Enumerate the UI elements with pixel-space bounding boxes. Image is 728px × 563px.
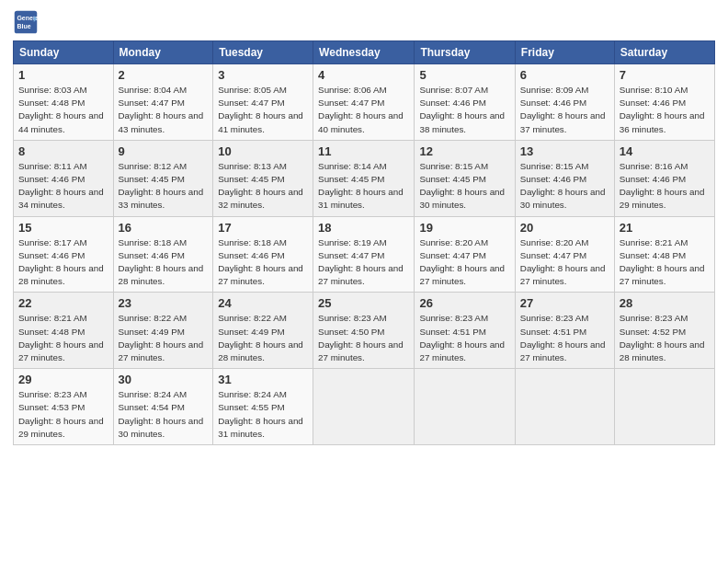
day-detail: Sunrise: 8:13 AM Sunset: 4:45 PM Dayligh…	[218, 160, 308, 213]
day-number: 28	[620, 296, 710, 310]
day-detail: Sunrise: 8:05 AM Sunset: 4:47 PM Dayligh…	[218, 84, 308, 136]
day-detail: Sunrise: 8:09 AM Sunset: 4:46 PM Dayligh…	[520, 84, 609, 136]
day-number: 16	[119, 221, 209, 235]
calendar-day-cell: 16 Sunrise: 8:18 AM Sunset: 4:46 PM Dayl…	[113, 216, 213, 293]
calendar-day-cell: 14 Sunrise: 8:16 AM Sunset: 4:46 PM Dayl…	[614, 140, 714, 216]
day-detail: Sunrise: 8:21 AM Sunset: 4:48 PM Dayligh…	[18, 312, 108, 364]
calendar-day-cell	[313, 369, 415, 445]
day-detail: Sunrise: 8:10 AM Sunset: 4:46 PM Dayligh…	[620, 84, 710, 136]
calendar-day-cell: 22 Sunrise: 8:21 AM Sunset: 4:48 PM Dayl…	[14, 293, 114, 369]
calendar-day-cell: 7 Sunrise: 8:10 AM Sunset: 4:46 PM Dayli…	[614, 64, 714, 141]
day-detail: Sunrise: 8:16 AM Sunset: 4:46 PM Dayligh…	[620, 160, 710, 213]
day-detail: Sunrise: 8:23 AM Sunset: 4:50 PM Dayligh…	[318, 312, 409, 364]
day-number: 30	[119, 373, 209, 386]
calendar-day-cell: 30 Sunrise: 8:24 AM Sunset: 4:54 PM Dayl…	[113, 369, 213, 445]
day-detail: Sunrise: 8:20 AM Sunset: 4:47 PM Dayligh…	[520, 236, 609, 289]
day-number: 24	[218, 296, 308, 310]
day-number: 17	[218, 221, 308, 235]
calendar-week-row: 1 Sunrise: 8:03 AM Sunset: 4:48 PM Dayli…	[14, 64, 715, 141]
calendar-day-header: Friday	[515, 41, 614, 64]
day-number: 13	[520, 144, 609, 158]
day-detail: Sunrise: 8:06 AM Sunset: 4:47 PM Dayligh…	[318, 84, 409, 136]
day-detail: Sunrise: 8:23 AM Sunset: 4:52 PM Dayligh…	[620, 312, 710, 364]
page-container: General Blue SundayMondayTuesdayWednesda…	[0, 0, 728, 453]
day-number: 10	[218, 144, 308, 158]
logo: General Blue	[13, 9, 42, 35]
calendar-day-cell: 26 Sunrise: 8:23 AM Sunset: 4:51 PM Dayl…	[415, 293, 515, 369]
calendar-day-cell: 28 Sunrise: 8:23 AM Sunset: 4:52 PM Dayl…	[614, 293, 714, 369]
day-detail: Sunrise: 8:11 AM Sunset: 4:46 PM Dayligh…	[18, 160, 108, 213]
day-detail: Sunrise: 8:20 AM Sunset: 4:47 PM Dayligh…	[419, 236, 509, 289]
calendar-day-cell: 13 Sunrise: 8:15 AM Sunset: 4:46 PM Dayl…	[515, 140, 614, 216]
calendar-week-row: 15 Sunrise: 8:17 AM Sunset: 4:46 PM Dayl…	[14, 216, 715, 293]
day-number: 6	[520, 68, 609, 82]
day-detail: Sunrise: 8:24 AM Sunset: 4:54 PM Dayligh…	[119, 388, 209, 441]
day-number: 1	[18, 68, 108, 82]
day-number: 27	[520, 296, 609, 310]
day-number: 4	[318, 68, 409, 82]
day-detail: Sunrise: 8:23 AM Sunset: 4:51 PM Dayligh…	[520, 312, 609, 364]
calendar-day-header: Saturday	[614, 41, 714, 64]
calendar-day-cell: 18 Sunrise: 8:19 AM Sunset: 4:47 PM Dayl…	[313, 216, 415, 293]
calendar-day-cell: 6 Sunrise: 8:09 AM Sunset: 4:46 PM Dayli…	[515, 64, 614, 141]
calendar-day-header: Sunday	[14, 41, 114, 64]
calendar-day-cell: 29 Sunrise: 8:23 AM Sunset: 4:53 PM Dayl…	[14, 369, 114, 445]
day-number: 5	[419, 68, 509, 82]
calendar-day-cell: 3 Sunrise: 8:05 AM Sunset: 4:47 PM Dayli…	[213, 64, 313, 141]
calendar-day-cell: 1 Sunrise: 8:03 AM Sunset: 4:48 PM Dayli…	[14, 64, 114, 141]
calendar-day-cell: 11 Sunrise: 8:14 AM Sunset: 4:45 PM Dayl…	[313, 140, 415, 216]
day-number: 11	[318, 144, 409, 158]
calendar-day-header: Tuesday	[213, 41, 313, 64]
calendar-day-cell: 23 Sunrise: 8:22 AM Sunset: 4:49 PM Dayl…	[113, 293, 213, 369]
calendar-week-row: 29 Sunrise: 8:23 AM Sunset: 4:53 PM Dayl…	[14, 369, 715, 445]
day-detail: Sunrise: 8:12 AM Sunset: 4:45 PM Dayligh…	[119, 160, 209, 213]
day-number: 18	[318, 221, 409, 235]
calendar-day-cell: 4 Sunrise: 8:06 AM Sunset: 4:47 PM Dayli…	[313, 64, 415, 141]
day-number: 21	[620, 221, 710, 235]
day-detail: Sunrise: 8:21 AM Sunset: 4:48 PM Dayligh…	[620, 236, 710, 289]
day-number: 2	[119, 68, 209, 82]
day-detail: Sunrise: 8:15 AM Sunset: 4:45 PM Dayligh…	[419, 160, 509, 213]
day-detail: Sunrise: 8:18 AM Sunset: 4:46 PM Dayligh…	[218, 236, 308, 289]
day-number: 29	[18, 373, 108, 386]
calendar-day-cell: 31 Sunrise: 8:24 AM Sunset: 4:55 PM Dayl…	[213, 369, 313, 445]
day-number: 3	[218, 68, 308, 82]
day-number: 23	[119, 296, 209, 310]
calendar-day-cell: 12 Sunrise: 8:15 AM Sunset: 4:45 PM Dayl…	[415, 140, 515, 216]
calendar-day-cell: 9 Sunrise: 8:12 AM Sunset: 4:45 PM Dayli…	[113, 140, 213, 216]
day-number: 8	[18, 144, 108, 158]
calendar-day-cell	[515, 369, 614, 445]
day-detail: Sunrise: 8:03 AM Sunset: 4:48 PM Dayligh…	[18, 84, 108, 136]
day-detail: Sunrise: 8:24 AM Sunset: 4:55 PM Dayligh…	[218, 388, 308, 441]
calendar-day-cell	[415, 369, 515, 445]
calendar-day-cell: 24 Sunrise: 8:22 AM Sunset: 4:49 PM Dayl…	[213, 293, 313, 369]
calendar-week-row: 8 Sunrise: 8:11 AM Sunset: 4:46 PM Dayli…	[14, 140, 715, 216]
day-number: 26	[419, 296, 509, 310]
day-number: 12	[419, 144, 509, 158]
calendar-day-header: Wednesday	[313, 41, 415, 64]
day-number: 14	[620, 144, 710, 158]
calendar-day-cell	[614, 369, 714, 445]
calendar-day-header: Thursday	[415, 41, 515, 64]
day-number: 9	[119, 144, 209, 158]
day-number: 22	[18, 296, 108, 310]
day-detail: Sunrise: 8:23 AM Sunset: 4:51 PM Dayligh…	[419, 312, 509, 364]
day-detail: Sunrise: 8:14 AM Sunset: 4:45 PM Dayligh…	[318, 160, 409, 213]
day-number: 7	[620, 68, 710, 82]
day-detail: Sunrise: 8:17 AM Sunset: 4:46 PM Dayligh…	[18, 236, 108, 289]
calendar-table: SundayMondayTuesdayWednesdayThursdayFrid…	[13, 40, 715, 445]
calendar-day-cell: 8 Sunrise: 8:11 AM Sunset: 4:46 PM Dayli…	[14, 140, 114, 216]
calendar-day-cell: 21 Sunrise: 8:21 AM Sunset: 4:48 PM Dayl…	[614, 216, 714, 293]
svg-text:Blue: Blue	[17, 23, 30, 29]
calendar-week-row: 22 Sunrise: 8:21 AM Sunset: 4:48 PM Dayl…	[14, 293, 715, 369]
day-number: 20	[520, 221, 609, 235]
calendar-day-cell: 2 Sunrise: 8:04 AM Sunset: 4:47 PM Dayli…	[113, 64, 213, 141]
day-detail: Sunrise: 8:07 AM Sunset: 4:46 PM Dayligh…	[419, 84, 509, 136]
day-detail: Sunrise: 8:22 AM Sunset: 4:49 PM Dayligh…	[119, 312, 209, 364]
calendar-day-cell: 20 Sunrise: 8:20 AM Sunset: 4:47 PM Dayl…	[515, 216, 614, 293]
calendar-day-cell: 5 Sunrise: 8:07 AM Sunset: 4:46 PM Dayli…	[415, 64, 515, 141]
calendar-day-cell: 10 Sunrise: 8:13 AM Sunset: 4:45 PM Dayl…	[213, 140, 313, 216]
day-detail: Sunrise: 8:15 AM Sunset: 4:46 PM Dayligh…	[520, 160, 609, 213]
day-detail: Sunrise: 8:23 AM Sunset: 4:53 PM Dayligh…	[18, 388, 108, 441]
calendar-day-cell: 15 Sunrise: 8:17 AM Sunset: 4:46 PM Dayl…	[14, 216, 114, 293]
